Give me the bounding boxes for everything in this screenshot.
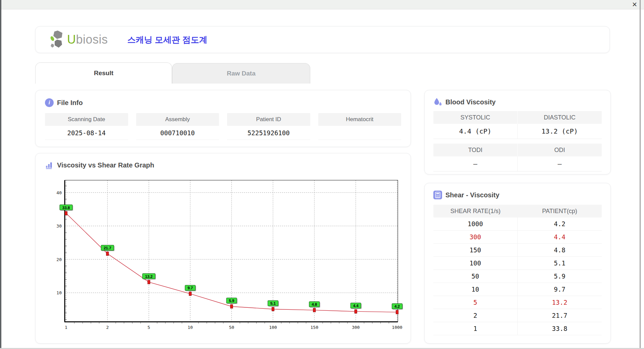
viscosity-chart: 102030401251050100150300100033.821.713.2… [51,176,411,338]
logo-text: Ubiosis [67,33,108,47]
bv-label: TODI [433,144,518,156]
svg-text:30: 30 [56,223,62,229]
patient-cp-cell: 33.8 [518,322,602,335]
shear-table-row: 100 5.1 [433,257,602,270]
shear-table-row: 1 33.8 [433,322,602,335]
patient-cp-cell: 5.9 [518,270,602,283]
svg-text:40: 40 [56,190,62,195]
svg-text:20: 20 [56,257,62,262]
svg-text:300: 300 [352,325,360,330]
file-info-field-label: Assembly [136,113,219,126]
shear-rate-cell: 1 [433,322,518,335]
bv-value: – [433,156,518,171]
graph-header: Viscosity vs Shear Rate Graph [45,161,401,169]
graph-card: Viscosity vs Shear Rate Graph 1020304012… [35,153,411,344]
bar-chart-icon [45,161,54,169]
svg-text:4.4: 4.4 [353,304,359,308]
app-title: 스캐닝 모세관 점도계 [127,34,208,45]
svg-text:33.8: 33.8 [62,206,70,210]
droplets-icon [433,98,442,106]
file-info-field: Patient ID 52251926100 [227,113,310,140]
patient-cp-cell: 5.1 [518,257,602,269]
svg-text:9.7: 9.7 [187,286,193,290]
shear-table-row: 300 4.4 [433,231,602,244]
file-info-fields: Scanning Date 2025-08-14 Assembly 000710… [45,113,401,140]
patient-cp-cell: 4.8 [518,244,602,256]
file-info-field-value: 000710010 [136,126,219,140]
patient-cp-cell: 9.7 [518,283,602,296]
blood-viscosity-card: Blood Viscosity SYSTOLICDIASTOLIC 4.4 (c… [424,90,611,174]
patient-cp-cell: 4.2 [518,217,602,230]
logo-u: U [67,33,76,46]
svg-text:13.2: 13.2 [145,275,153,279]
window-left-border [0,0,1,349]
file-info-field: Hematocrit [318,113,401,140]
shear-table-row: 1000 4.2 [433,217,602,231]
viscosity-shear-plot: 102030401251050100150300100033.821.713.2… [51,176,411,337]
svg-text:100: 100 [269,325,277,330]
logo-rest: biosis [76,33,108,46]
blood-viscosity-group: TODIODI –– [433,144,602,171]
file-info-field-value: 2025-08-14 [45,126,128,140]
bv-label: SYSTOLIC [433,111,518,124]
svg-text:4.2: 4.2 [394,304,400,308]
patient-cp-cell: 4.4 [518,231,602,243]
file-info-field-value: 52251926100 [227,126,310,140]
tab-raw-data[interactable]: Raw Data [172,63,310,84]
shear-table-column: SHEAR RATE(1/s) [433,205,518,217]
shear-viscosity-card: Shear - Viscosity SHEAR RATE(1/s)PATIENT… [424,183,611,344]
shear-rate-cell: 5 [433,296,518,309]
file-info-field-label: Hematocrit [318,113,401,126]
file-info-title: File Info [57,99,83,107]
bv-value: – [518,156,602,171]
shear-table-row: 150 4.8 [433,244,602,257]
file-info-field-value [318,126,401,140]
file-info-card: i File Info Scanning Date 2025-08-14 Ass… [35,90,411,147]
blood-viscosity-group: SYSTOLICDIASTOLIC 4.4 (cP)13.2 (cP) [433,111,602,139]
file-info-header: i File Info [45,98,401,107]
tab-result[interactable]: Result [35,62,172,84]
shear-rate-cell: 150 [433,244,518,256]
svg-text:10: 10 [56,290,62,295]
calculator-icon [433,191,442,199]
shear-table-header: SHEAR RATE(1/s)PATIENT(cp) [433,205,602,217]
shear-table-row: 10 9.7 [433,283,602,296]
svg-text:1: 1 [65,325,67,330]
shear-viscosity-table: SHEAR RATE(1/s)PATIENT(cp) 1000 4.2 300 … [433,205,602,335]
bv-label: ODI [518,144,602,156]
patient-cp-cell: 13.2 [518,296,602,309]
logo-pebbles-icon [50,30,65,49]
svg-text:2: 2 [106,325,109,330]
bv-label: DIASTOLIC [518,111,602,124]
shear-rate-cell: 1000 [433,217,518,230]
file-info-field-label: Scanning Date [45,113,128,126]
shear-rate-cell: 2 [433,309,518,322]
svg-text:4.8: 4.8 [312,302,317,306]
file-info-field: Scanning Date 2025-08-14 [45,113,128,140]
ubiosis-logo: Ubiosis [50,30,108,49]
svg-text:150: 150 [311,325,318,330]
svg-text:5.9: 5.9 [229,299,234,303]
blood-viscosity-title: Blood Viscosity [445,98,496,106]
shear-table-row: 50 5.9 [433,270,602,283]
shear-rate-cell: 100 [433,257,518,269]
window-scrollbar-line [640,0,641,349]
bv-value: 4.4 (cP) [433,124,518,139]
svg-text:1000: 1000 [392,325,402,330]
close-icon[interactable]: ✕ [631,1,639,8]
header-card: Ubiosis 스캐닝 모세관 점도계 [35,26,610,53]
shear-table-column: PATIENT(cp) [518,205,602,217]
info-icon: i [45,98,54,107]
shear-rate-cell: 10 [433,283,518,296]
svg-text:50: 50 [229,325,234,330]
shear-viscosity-title: Shear - Viscosity [445,191,499,199]
app-window: ✕ Ubiosis 스캐닝 모세관 점도계 Result Raw Data i … [0,0,644,349]
bv-value: 13.2 (cP) [518,124,602,139]
graph-title: Viscosity vs Shear Rate Graph [57,161,154,169]
shear-viscosity-header: Shear - Viscosity [433,191,602,199]
svg-text:5: 5 [148,325,150,330]
patient-cp-cell: 21.7 [518,309,602,322]
window-titlebar: ✕ [0,0,644,9]
blood-viscosity-values: SYSTOLICDIASTOLIC 4.4 (cP)13.2 (cP) TODI… [433,111,602,171]
shear-table-row: 2 21.7 [433,309,602,322]
